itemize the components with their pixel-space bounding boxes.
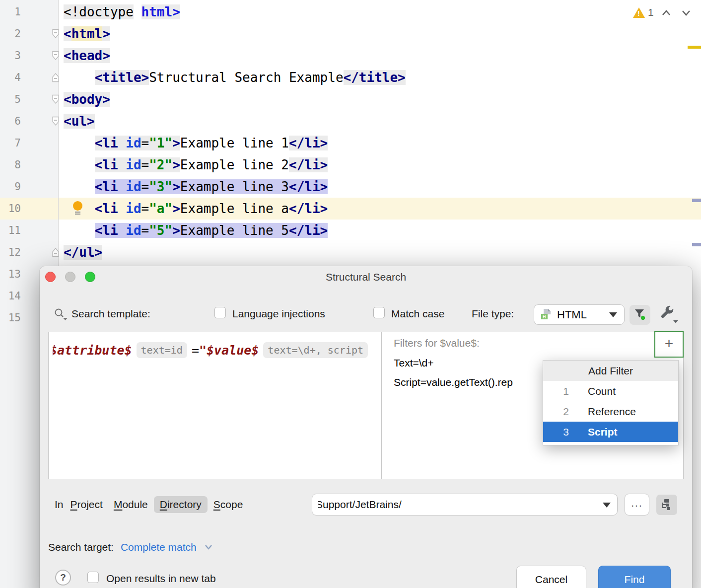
find-button[interactable]: Find [598, 566, 671, 588]
popup-item-index: 1 [543, 381, 569, 401]
chevron-down-icon[interactable] [204, 544, 214, 551]
editor-line-4: 4 <title>Structural Search Example</titl… [0, 67, 701, 88]
search-template-label: Search template: [71, 308, 150, 320]
popup-title: Add Filter [543, 361, 678, 381]
error-stripe-warning-mark[interactable] [688, 46, 701, 49]
code-text[interactable]: <head> [64, 45, 110, 67]
scope-option-directory[interactable]: Directory [154, 496, 208, 513]
code-text[interactable]: <li id="5">Example line 5</li> [64, 220, 328, 241]
editor-line-6: 6<ul> [0, 110, 701, 132]
template-variable: $value$ [207, 343, 259, 358]
line-number: 8 [0, 154, 21, 176]
search-template-icon[interactable] [54, 307, 69, 322]
panel-divider [381, 332, 382, 479]
chevron-up-icon[interactable] [660, 6, 673, 19]
editor-line-9: 9 <li id="3">Example line 3</li> [0, 176, 701, 198]
editor-line-8: 8 <li id="2">Example line 2</li> [0, 154, 701, 176]
code-text[interactable]: <body> [64, 88, 110, 110]
editor-line-5: 5<body> [0, 88, 701, 110]
editor-line-11: 11 <li id="5">Example line 5</li> [0, 220, 701, 241]
match-case-checkbox[interactable] [373, 307, 385, 318]
template-text: " [199, 343, 207, 358]
code-text[interactable]: <li id="2">Example line 2</li> [64, 154, 328, 176]
directory-path-value: Support/JetBrains/ [318, 499, 594, 511]
template-variable: $attribute$ [53, 343, 132, 358]
file-type-dropdown[interactable]: H HTML [534, 304, 625, 325]
fold-marker-icon[interactable] [52, 73, 60, 84]
fold-marker-icon[interactable] [52, 51, 60, 63]
code-text[interactable]: <ul> [64, 110, 95, 132]
popup-item-script[interactable]: 3Script [543, 422, 678, 442]
popup-item-index: 3 [543, 422, 569, 442]
search-target-dropdown[interactable]: Complete match [121, 541, 197, 553]
code-text[interactable]: <html> [64, 23, 110, 45]
fold-marker-icon[interactable] [52, 29, 60, 41]
popup-item-label: Count [588, 381, 616, 401]
fold-marker-icon[interactable] [52, 94, 60, 106]
error-stripe-match-mark[interactable] [692, 199, 701, 202]
line-number: 5 [0, 88, 21, 110]
template-hint-chip: text=id [137, 342, 187, 358]
scope-row: In ProjectModuleDirectoryScope Support/J… [40, 494, 692, 515]
svg-text:H: H [543, 314, 546, 319]
scope-option-module[interactable]: Module [114, 499, 148, 511]
line-number: 15 [0, 307, 21, 329]
popup-items: 1Count2Reference3Script [543, 381, 678, 442]
code-text[interactable]: <!doctype html> [64, 1, 180, 23]
editor-line-12: 12</ul> [0, 241, 701, 263]
popup-item-label: Reference [588, 401, 636, 422]
line-number: 11 [0, 220, 21, 241]
filter-button[interactable] [630, 305, 650, 325]
dropdown-arrow-icon [603, 503, 611, 508]
line-number: 13 [0, 263, 21, 285]
add-filter-button[interactable]: + [654, 331, 684, 358]
wrench-icon [658, 305, 681, 325]
language-injections-checkbox[interactable] [214, 307, 226, 318]
structural-search-dialog: Structural Search Search template: Langu… [40, 266, 692, 588]
html-file-icon: H [540, 308, 553, 321]
popup-item-reference[interactable]: 2Reference [543, 401, 678, 422]
fold-marker-icon[interactable] [52, 116, 60, 128]
scope-tree-icon [661, 499, 673, 511]
fold-marker-icon[interactable] [52, 247, 60, 259]
dialog-footer: ? Open results in new tab Cancel Find [40, 562, 692, 588]
language-injections-label: Language injections [232, 308, 325, 320]
scope-prefix: In [55, 499, 64, 511]
line-number: 9 [0, 176, 21, 198]
code-text[interactable]: <title>Structural Search Example</title> [64, 67, 406, 88]
line-number: 10 [0, 198, 21, 220]
intention-bulb-icon[interactable] [72, 201, 83, 216]
editor-line-2: 2<html> [0, 23, 701, 45]
file-type-value: HTML [557, 308, 587, 321]
chevron-down-icon[interactable] [680, 6, 693, 19]
code-text[interactable]: <li id="a">Example line a</li> [64, 198, 328, 220]
settings-button[interactable] [658, 305, 681, 325]
line-number: 2 [0, 23, 21, 45]
warning-count[interactable]: 1 [648, 6, 654, 18]
line-number: 1 [0, 1, 21, 23]
template-text: = [192, 343, 199, 358]
dialog-title: Structural Search [40, 271, 692, 283]
code-text[interactable]: <li id="1">Example line 1</li> [64, 132, 328, 154]
popup-item-label: Script [588, 422, 618, 442]
add-filter-popup: Add Filter 1Count2Reference3Script [543, 360, 679, 445]
popup-item-count[interactable]: 1Count [543, 381, 678, 401]
directory-path-combobox[interactable]: Support/JetBrains/ [312, 494, 618, 515]
browse-button[interactable]: ... [625, 494, 649, 515]
code-text[interactable]: </ul> [64, 241, 102, 263]
line-number: 12 [0, 241, 21, 263]
scope-option-project[interactable]: Project [70, 499, 103, 511]
editor-line-1: 1<!doctype html> [0, 1, 701, 23]
scope-option-scope[interactable]: Scope [213, 499, 243, 511]
error-stripe-match-mark[interactable] [692, 243, 701, 246]
path-dropdown-arrow[interactable] [597, 494, 617, 515]
scope-tree-button[interactable] [656, 495, 677, 515]
code-text[interactable]: <li id="3">Example line 3</li> [64, 176, 328, 198]
filter-icon [634, 309, 647, 322]
cancel-button[interactable]: Cancel [516, 566, 586, 588]
scope-options: In ProjectModuleDirectoryScope [55, 494, 254, 515]
search-target-label: Search target: [48, 541, 114, 553]
open-results-checkbox[interactable] [87, 572, 99, 583]
help-icon[interactable]: ? [55, 570, 71, 586]
template-editor[interactable]: $attribute$text=id="$value$text=\d+, scr… [53, 340, 378, 360]
